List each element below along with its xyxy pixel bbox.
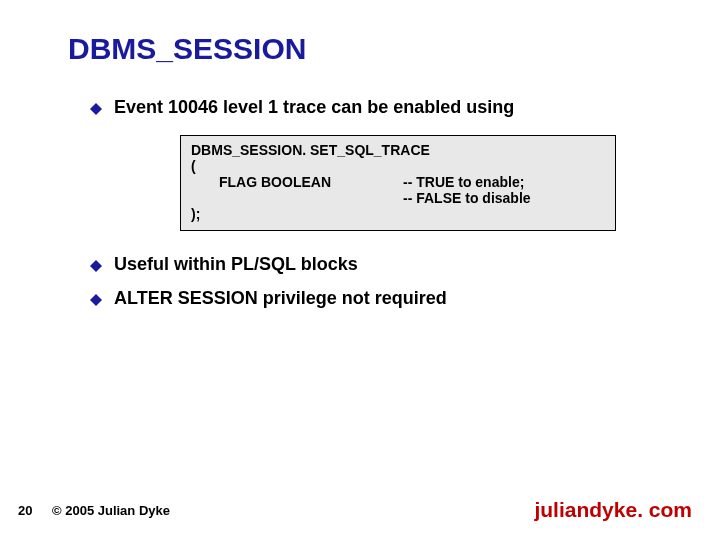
code-box: DBMS_SESSION. SET_SQL_TRACE ( FLAG BOOLE… — [180, 135, 616, 231]
code-param: FLAG BOOLEAN — [219, 174, 403, 190]
bullet-text: Useful within PL/SQL blocks — [114, 253, 358, 276]
diamond-bullet-icon — [90, 292, 102, 310]
bullet-item: Useful within PL/SQL blocks — [90, 253, 670, 276]
bullet-text: ALTER SESSION privilege not required — [114, 287, 447, 310]
bullet-item: ALTER SESSION privilege not required — [90, 287, 670, 310]
code-inline: ALTER SESSION — [114, 288, 258, 308]
bullet-item: Event 10046 level 1 trace can be enabled… — [90, 96, 670, 119]
slide-content: Event 10046 level 1 trace can be enabled… — [90, 96, 670, 320]
slide-footer: 20 © 2005 Julian Dyke juliandyke. com — [0, 494, 720, 522]
code-comment: -- TRUE to enable; — [403, 174, 524, 190]
diamond-bullet-icon — [90, 101, 102, 119]
code-line: DBMS_SESSION. SET_SQL_TRACE — [191, 142, 430, 158]
slide-title: DBMS_SESSION — [68, 32, 306, 66]
svg-marker-2 — [90, 294, 102, 306]
text-rest: privilege not required — [258, 288, 447, 308]
svg-marker-0 — [90, 103, 102, 115]
site-url: juliandyke. com — [534, 498, 692, 522]
code-line: ); — [191, 206, 200, 222]
code-line: ( — [191, 158, 196, 174]
code-comment: -- FALSE to disable — [403, 190, 531, 206]
page-number: 20 — [18, 503, 32, 518]
copyright-text: © 2005 Julian Dyke — [52, 503, 170, 518]
bullet-text: Event 10046 level 1 trace can be enabled… — [114, 96, 514, 119]
diamond-bullet-icon — [90, 258, 102, 276]
svg-marker-1 — [90, 260, 102, 272]
